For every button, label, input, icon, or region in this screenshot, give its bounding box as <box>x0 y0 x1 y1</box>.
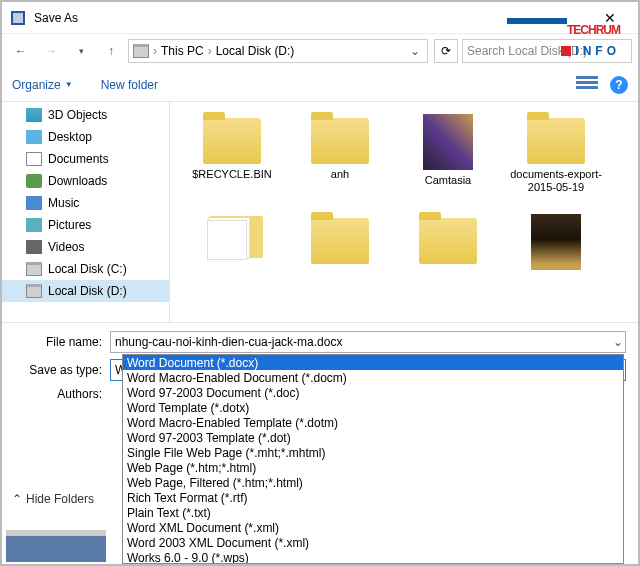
type-option[interactable]: Word Template (*.dotx) <box>123 400 623 415</box>
file-item[interactable] <box>394 212 502 312</box>
type-option[interactable]: Web Page (*.htm;*.html) <box>123 460 623 475</box>
nav-up-button[interactable]: ↑ <box>98 38 124 64</box>
down-icon <box>26 174 42 188</box>
file-item[interactable]: anh <box>286 112 394 212</box>
thumbnail-icon <box>531 214 581 270</box>
search-placeholder: Search Local Disk (D:) <box>467 44 587 58</box>
type-option[interactable]: Word 2003 XML Document (*.xml) <box>123 535 623 550</box>
chevron-right-icon: › <box>208 44 212 58</box>
file-item[interactable] <box>286 212 394 312</box>
desk-icon <box>26 130 42 144</box>
chevron-right-icon: › <box>153 44 157 58</box>
authors-label: Authors: <box>14 387 110 401</box>
nav-forward-button[interactable]: → <box>38 38 64 64</box>
save-as-type-label: Save as type: <box>14 363 110 377</box>
save-as-type-dropdown: Word Document (*.docx)Word Macro-Enabled… <box>122 354 624 564</box>
file-list: $RECYCLE.BINanhCamtasiadocuments-export-… <box>170 102 638 322</box>
pic-icon <box>26 218 42 232</box>
type-option[interactable]: Word XML Document (*.xml) <box>123 520 623 535</box>
drive-icon <box>26 284 42 298</box>
nav-recent-button[interactable]: ▾ <box>68 38 94 64</box>
thumbnail-icon <box>423 114 473 170</box>
nav-back-button[interactable]: ← <box>8 38 34 64</box>
tree-item-downloads[interactable]: Downloads <box>2 170 169 192</box>
item-label: anh <box>329 168 351 181</box>
folder-icon <box>203 118 261 164</box>
help-button[interactable]: ? <box>610 76 628 94</box>
doc-icon <box>26 152 42 166</box>
filename-input[interactable]: nhung-cau-noi-kinh-dien-cua-jack-ma.docx… <box>110 331 626 353</box>
background-decoration <box>6 536 106 562</box>
type-option[interactable]: Word Macro-Enabled Template (*.dotm) <box>123 415 623 430</box>
filename-label: File name: <box>14 335 110 349</box>
new-folder-button[interactable]: New folder <box>101 78 158 92</box>
folder-icon <box>419 218 477 264</box>
file-item[interactable] <box>502 212 610 312</box>
folder-icon <box>527 118 585 164</box>
type-option[interactable]: Word Macro-Enabled Document (*.docm) <box>123 370 623 385</box>
close-button[interactable]: ✕ <box>590 3 630 33</box>
obj-icon <box>26 108 42 122</box>
tree-item-pictures[interactable]: Pictures <box>2 214 169 236</box>
type-option[interactable]: Works 6.0 - 9.0 (*.wps) <box>123 550 623 564</box>
search-input[interactable]: Search Local Disk (D:) <box>462 39 632 63</box>
type-option[interactable]: Word Document (*.docx) <box>123 355 623 370</box>
tree-item-videos[interactable]: Videos <box>2 236 169 258</box>
drive-icon <box>26 262 42 276</box>
type-option[interactable]: Rich Text Format (*.rtf) <box>123 490 623 505</box>
file-item[interactable]: $RECYCLE.BIN <box>178 112 286 212</box>
window-title: Save As <box>34 11 590 25</box>
file-item[interactable]: Camtasia <box>394 112 502 212</box>
address-dropdown-icon[interactable]: ⌄ <box>407 44 423 58</box>
item-label: $RECYCLE.BIN <box>190 168 273 181</box>
music-icon <box>26 196 42 210</box>
type-option[interactable]: Word 97-2003 Template (*.dot) <box>123 430 623 445</box>
navigation-tree: 3D ObjectsDesktopDocumentsDownloadsMusic… <box>2 102 170 322</box>
type-option[interactable]: Word 97-2003 Document (*.doc) <box>123 385 623 400</box>
tree-item-local-disk-c-[interactable]: Local Disk (C:) <box>2 258 169 280</box>
vid-icon <box>26 240 42 254</box>
file-item[interactable]: documents-export-2015-05-19 <box>502 112 610 212</box>
breadcrumb-this-pc[interactable]: This PC <box>161 44 204 58</box>
item-label: documents-export-2015-05-19 <box>502 168 610 194</box>
tree-item-documents[interactable]: Documents <box>2 148 169 170</box>
tree-item-music[interactable]: Music <box>2 192 169 214</box>
drive-icon <box>133 44 149 58</box>
svg-rect-2 <box>13 13 23 23</box>
folder-icon <box>311 218 369 264</box>
chevron-down-icon[interactable]: ⌄ <box>613 335 623 349</box>
chevron-up-icon: ⌃ <box>12 492 22 506</box>
address-bar[interactable]: › This PC › Local Disk (D:) ⌄ <box>128 39 428 63</box>
item-label: Camtasia <box>423 174 473 187</box>
tree-item-local-disk-d-[interactable]: Local Disk (D:) <box>2 280 169 302</box>
folder-icon <box>201 216 263 266</box>
tree-item-desktop[interactable]: Desktop <box>2 126 169 148</box>
type-option[interactable]: Single File Web Page (*.mht;*.mhtml) <box>123 445 623 460</box>
breadcrumb-local-disk-d[interactable]: Local Disk (D:) <box>216 44 295 58</box>
hide-folders-button[interactable]: ⌃ Hide Folders <box>12 492 94 506</box>
tree-item-3d-objects[interactable]: 3D Objects <box>2 104 169 126</box>
organize-button[interactable]: Organize ▼ <box>12 78 73 92</box>
app-icon <box>10 10 26 26</box>
type-option[interactable]: Web Page, Filtered (*.htm;*.html) <box>123 475 623 490</box>
folder-icon <box>311 118 369 164</box>
file-item[interactable] <box>178 212 286 312</box>
type-option[interactable]: Plain Text (*.txt) <box>123 505 623 520</box>
view-options-button[interactable] <box>576 76 598 94</box>
refresh-button[interactable]: ⟳ <box>434 39 458 63</box>
